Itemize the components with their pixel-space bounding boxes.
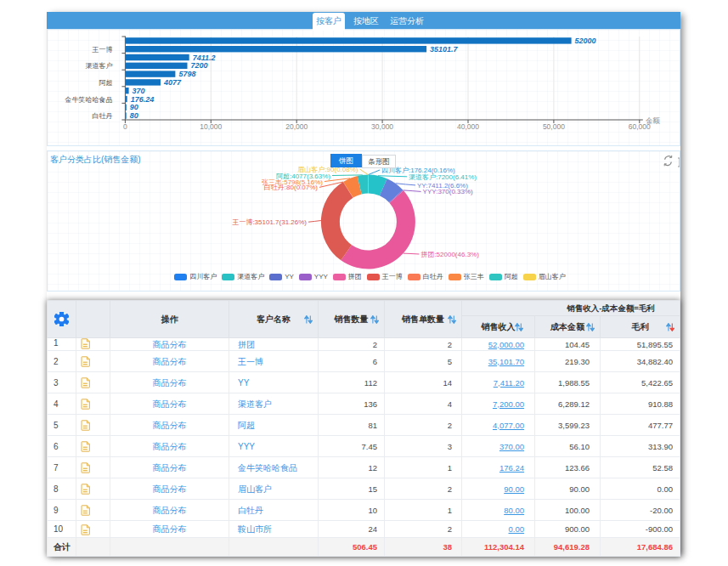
svg-text:白牡丹:80(0.07%): 白牡丹:80(0.07%) bbox=[264, 184, 318, 191]
svg-text:拼团:52000(46.3%): 拼团:52000(46.3%) bbox=[420, 251, 479, 258]
svg-text:20,000: 20,000 bbox=[285, 122, 308, 131]
svg-text:5798: 5798 bbox=[178, 70, 195, 78]
svg-text:白牡丹: 白牡丹 bbox=[93, 112, 113, 120]
svg-text:阿超: 阿超 bbox=[99, 79, 113, 87]
svg-text:50,000: 50,000 bbox=[543, 122, 565, 131]
svg-text:渠道客户:7200(6.41%): 渠道客户:7200(6.41%) bbox=[409, 173, 477, 181]
svg-text:0: 0 bbox=[123, 122, 127, 131]
svg-text:90: 90 bbox=[130, 103, 138, 111]
svg-text:80: 80 bbox=[130, 111, 138, 120]
svg-text:7411.2: 7411.2 bbox=[193, 54, 216, 62]
svg-text:7200: 7200 bbox=[191, 61, 208, 70]
svg-text:370: 370 bbox=[133, 87, 145, 95]
svg-text:渠道客户: 渠道客户 bbox=[86, 62, 113, 70]
svg-text:30,000: 30,000 bbox=[371, 122, 393, 131]
svg-text:王一博:35101.7(31.26%): 王一博:35101.7(31.26%) bbox=[231, 218, 307, 226]
svg-text:YYY:370(0.33%): YYY:370(0.33%) bbox=[423, 188, 473, 195]
svg-text:王一博: 王一博 bbox=[92, 46, 113, 54]
svg-text:4077: 4077 bbox=[163, 78, 182, 87]
svg-text:10,000: 10,000 bbox=[200, 122, 222, 131]
svg-text:52000: 52000 bbox=[575, 37, 596, 45]
svg-text:金额: 金额 bbox=[646, 116, 661, 125]
svg-text:176.24: 176.24 bbox=[131, 95, 155, 104]
svg-text:金牛笑哈哈食品: 金牛笑哈哈食品 bbox=[65, 96, 113, 104]
svg-text:35101.7: 35101.7 bbox=[430, 45, 459, 54]
svg-text:40,000: 40,000 bbox=[457, 122, 479, 131]
